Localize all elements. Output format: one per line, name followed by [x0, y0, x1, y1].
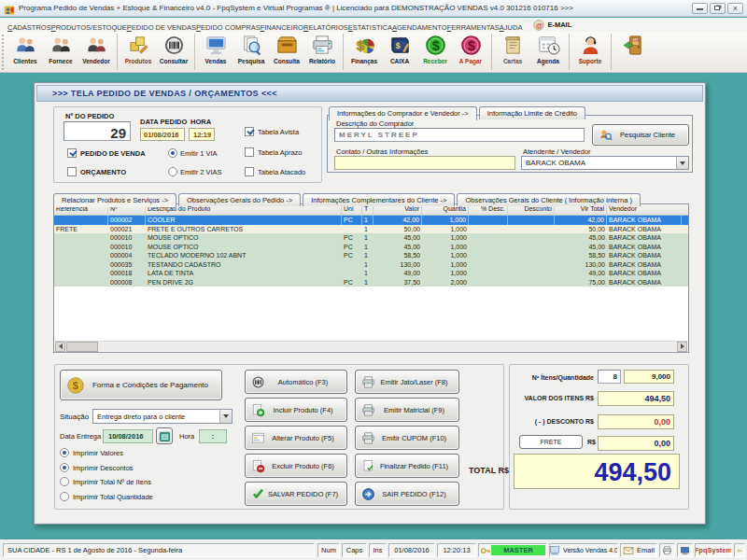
button-emitir-cupom[interactable]: Emitir CUPOM (F10): [355, 426, 459, 450]
menu-item[interactable]: AGENDAMENTO: [392, 23, 447, 32]
print-option-radio[interactable]: [60, 448, 69, 457]
data-entrega-field[interactable]: 10/08/2016: [103, 429, 153, 443]
status-email-button[interactable]: Email: [620, 543, 657, 557]
menu-item[interactable]: PRODUTOS/ESTOQUE: [51, 23, 127, 32]
close-button[interactable]: ×: [727, 3, 743, 14]
buyer-name-field[interactable]: MERYL STREEP: [334, 128, 585, 142]
table-row[interactable]: 000008 PEN DRIVE 2G PC 1 37,50 2,000 75,…: [54, 278, 688, 287]
cell-vlr-total: 45,00: [555, 233, 607, 243]
contato-field[interactable]: [334, 156, 515, 170]
status-key-button[interactable]: [734, 543, 745, 557]
print-option-radio[interactable]: [60, 477, 69, 486]
toolbar-button-receber[interactable]: $ Receber: [417, 33, 453, 72]
button-excluir-produto[interactable]: Excluir Produto (F6): [245, 454, 347, 478]
toolbar-button-sair[interactable]: EXIT: [614, 33, 650, 72]
print-option-radio[interactable]: [60, 492, 69, 501]
menu-item[interactable]: PEDIDO DE VENDAS: [127, 23, 196, 32]
menu-item[interactable]: CADASTROS: [7, 23, 51, 32]
toolbar-button-suporte[interactable]: Suporte: [572, 33, 608, 72]
toolbar-button-financas[interactable]: $ Finanças: [346, 33, 382, 72]
radio-imprimir-descontos[interactable]: Imprimir Descontos: [60, 463, 190, 474]
radio-imprimir-valores[interactable]: Imprimir Valores: [60, 448, 190, 459]
toolbar-button-fornece[interactable]: Fornece: [43, 33, 78, 72]
button-salvar-pedido[interactable]: SALVAR PEDIDO (F7): [245, 482, 347, 506]
toolbar-button-agenda[interactable]: Agenda: [530, 33, 566, 72]
pedido-venda-checkbox[interactable]: [67, 148, 77, 158]
toolbar-button-caixa[interactable]: $ CAIXA: [382, 33, 417, 72]
toolbar-button-vendas[interactable]: Vendas: [198, 33, 233, 72]
toolbar-button-clientes[interactable]: Clientes: [7, 33, 43, 72]
toolbar-button-a-pagar[interactable]: $ A Pagar: [453, 33, 488, 72]
menu-item[interactable]: AJUDA: [500, 23, 523, 32]
tab-observacoes-cliente[interactable]: Observações Gerais do Cliente ( Informaç…: [457, 193, 640, 206]
orcamento-checkbox[interactable]: [67, 167, 77, 176]
tabela-aprazo-checkbox[interactable]: [245, 147, 254, 157]
table-row[interactable]: 000010 MOUSE OPTICO PC 1 45,00 1,000 45,…: [54, 243, 688, 252]
menu-item[interactable]: RELATÓRIOS: [303, 23, 348, 32]
menu-item[interactable]: FINANCEIRO: [261, 23, 303, 32]
button-alterar-produto[interactable]: Alterar Produto (F5): [245, 426, 347, 450]
tabela-avista-checkbox[interactable]: [245, 127, 254, 136]
button-label: Automático (F3): [265, 378, 346, 386]
chevron-down-icon[interactable]: [676, 157, 688, 169]
restore-button[interactable]: [710, 3, 726, 14]
toolbar-button-produtos[interactable]: Produtos: [120, 33, 156, 72]
table-row[interactable]: 000002 COOLER PC 1 42,00 1,000 42,00 BAR…: [54, 216, 688, 225]
radio-imprimir-total-quantidade[interactable]: Imprimir Total Quantidade: [60, 492, 190, 503]
tab-comprador-vendedor[interactable]: Informações do Comprador e Vendedor ->: [329, 106, 477, 120]
calendar-button[interactable]: [156, 427, 173, 444]
tabela-atacado-checkbox[interactable]: [245, 167, 254, 176]
tab-observacoes-pedido[interactable]: Observações Gerais do Pedido ->: [178, 193, 301, 206]
menu-email[interactable]: @ E-MAIL: [533, 20, 571, 31]
cell-numero: 000035: [108, 260, 146, 270]
radio-imprimir-total-itens[interactable]: Imprimir Total Nº de Itens: [60, 477, 190, 488]
situacao-combobox[interactable]: Entrega direto para o cliente: [92, 409, 233, 424]
table-row[interactable]: FRETE 000021 FRETE E OUTROS CARRETOS 1 5…: [54, 225, 688, 234]
button-sair-pedido[interactable]: SAIR PEDIDO (F12): [355, 482, 459, 506]
order-time-field[interactable]: 12:19: [189, 128, 215, 141]
menu-item[interactable]: PEDIDO COMPRAS: [196, 23, 261, 32]
emitir-1-via-radio[interactable]: [168, 148, 177, 158]
table-row[interactable]: 000004 TECLADO MODERNO 102 ABNT PC 1 58,…: [54, 251, 688, 260]
grid-body: 000002 COOLER PC 1 42,00 1,000 42,00 BAR…: [54, 216, 688, 287]
print-option-radio[interactable]: [60, 463, 69, 472]
button-incluir-produto[interactable]: Incluir Produto (F4): [245, 398, 347, 422]
toolbar-button-vendedor[interactable]: Vendedor: [78, 33, 114, 72]
frete-button[interactable]: FRETE: [519, 435, 583, 449]
tab-informacoes-complementares[interactable]: Informações Complementares do Cliente ->: [303, 193, 455, 206]
pesquisar-cliente-button[interactable]: Pesquisar Cliente: [592, 124, 689, 146]
toolbar-button-consultar[interactable]: Consultar: [156, 33, 191, 72]
scrollbar-thumb[interactable]: [66, 342, 98, 352]
table-row[interactable]: 000035 TESTANDO CADASTRO 1 130,00 1,000 …: [54, 260, 688, 270]
table-row[interactable]: 000010 MOUSE OPTICO PC 1 45,00 1,000 45,…: [54, 233, 688, 243]
button-emitir-jato-laser[interactable]: Emitir Jato/Laser (F8): [355, 370, 459, 394]
atendente-combobox[interactable]: BARACK OBAMA: [521, 156, 689, 170]
button-automatico[interactable]: Automático (F3): [245, 370, 347, 394]
scroll-left-arrow[interactable]: [55, 342, 65, 352]
toolbar-button-pesquisa[interactable]: Pesquisa: [233, 33, 269, 72]
order-number-field[interactable]: 29: [63, 121, 131, 141]
menu-item[interactable]: FERRAMENTAS: [447, 23, 500, 32]
chevron-down-icon[interactable]: [219, 410, 232, 423]
order-date-field[interactable]: 01/08/2016: [140, 128, 185, 141]
button-emitir-matricial[interactable]: Emitir Matricial (F9): [355, 398, 459, 422]
cell-numero: 000010: [108, 243, 146, 252]
toolbar-button-consulta[interactable]: Consulta: [269, 33, 304, 72]
hora-entrega-field[interactable]: :: [199, 429, 227, 443]
menu-item[interactable]: ESTATISTICA: [348, 23, 392, 32]
button-finalizar-pedido[interactable]: Finalizar Pedido (F11): [355, 454, 459, 478]
toolbar-button-cartas[interactable]: Cartas: [495, 33, 530, 72]
emitir-2-vias-radio[interactable]: [168, 167, 177, 176]
toolbar-separator: [491, 34, 492, 70]
icon-incluir-produto: [251, 403, 265, 417]
tab-relacionar-produtos[interactable]: Relacionar Produtos e Serviços ->: [53, 193, 176, 207]
minimize-button[interactable]: [692, 3, 708, 14]
status-printer-button[interactable]: [659, 543, 675, 557]
toolbar-button-relatorio[interactable]: Relatório: [304, 33, 340, 72]
status-monitor-button[interactable]: [677, 543, 693, 557]
tab-limite-credito[interactable]: Informação Limite de Crédito: [479, 106, 585, 119]
forma-pagamento-button[interactable]: $ Forma e Condições de Pagamento: [60, 370, 222, 400]
button-label: SAIR PEDIDO (F12): [375, 490, 458, 498]
table-row[interactable]: 000018 LATA DE TINTA 1 49,00 1,000 49,00…: [54, 269, 688, 278]
scroll-right-arrow[interactable]: [677, 342, 687, 352]
